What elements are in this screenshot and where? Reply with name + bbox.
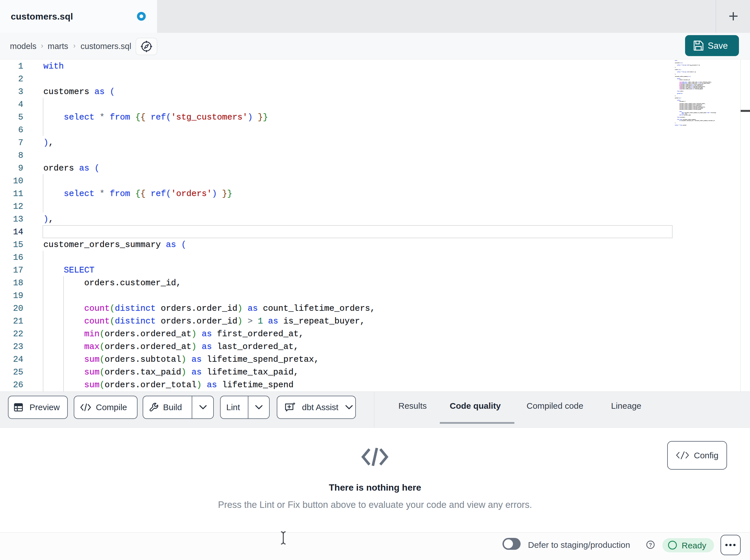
svg-text:?: ? <box>649 542 652 548</box>
svg-text:Config: Config <box>694 451 718 460</box>
